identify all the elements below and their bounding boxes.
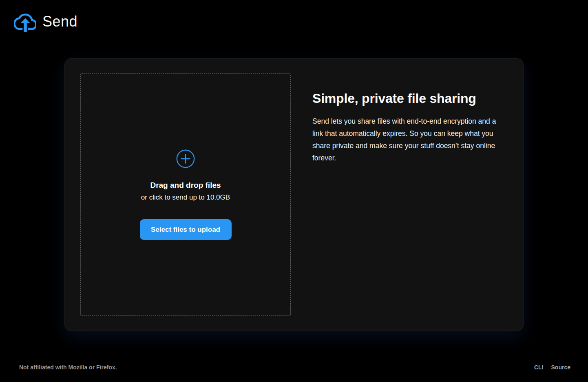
intro-panel: Simple, private file sharing Send lets y… xyxy=(312,91,507,164)
dropzone-title: Drag and drop files xyxy=(150,180,221,191)
dropzone-subtitle: or click to send up to 10.0GB xyxy=(141,193,230,202)
cloud-upload-icon xyxy=(14,10,36,33)
footer-link-cli[interactable]: CLI xyxy=(534,364,544,371)
file-dropzone[interactable]: Drag and drop files or click to send up … xyxy=(80,73,291,316)
page-title: Simple, private file sharing xyxy=(312,91,507,106)
plus-circle-icon xyxy=(176,149,195,168)
footer-links: CLI Source xyxy=(534,364,570,371)
select-files-button[interactable]: Select files to upload xyxy=(140,219,232,240)
footer-disclaimer: Not affiliated with Mozilla or Firefox. xyxy=(19,364,117,371)
upload-card: Drag and drop files or click to send up … xyxy=(64,58,524,331)
intro-description: Send lets you share files with end-to-en… xyxy=(312,115,507,164)
app-logo[interactable]: Send xyxy=(14,10,77,33)
app-title: Send xyxy=(42,13,77,30)
footer-link-source[interactable]: Source xyxy=(551,364,570,371)
